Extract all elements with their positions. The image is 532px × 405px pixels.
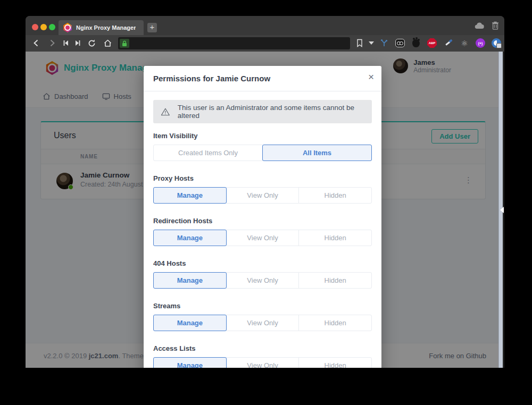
proxy-hosts-options: Manage View Only Hidden [153,187,372,204]
forward-button[interactable] [47,38,57,48]
streams-label: Streams [153,302,372,310]
trash-icon[interactable] [492,21,499,30]
404-hosts-view-only-option[interactable]: View Only [226,272,300,289]
blue-gauge-extension-icon[interactable] [491,38,502,48]
redirection-hosts-hidden-option[interactable]: Hidden [298,230,372,246]
access-lists-label: Access Lists [153,344,372,352]
proxy-hosts-view-only-option[interactable]: View Only [226,187,300,204]
access-lists-manage-option[interactable]: Manage [153,357,227,368]
bookmark-icon[interactable] [354,38,365,48]
redirection-hosts-options: Manage View Only Hidden [153,230,372,246]
adblock-plus-extension-icon[interactable]: ABP [427,38,437,48]
atom-extension-icon[interactable]: ⚛ [459,38,470,48]
proxy-fork-extension-icon[interactable] [379,38,389,48]
404-hosts-hidden-option[interactable]: Hidden [298,272,372,289]
browser-toolbar: ABP ⚛ (+) [26,35,504,52]
page-viewport: Nginx Proxy Manager James Administrator … [26,52,504,368]
warning-triangle-icon [161,107,170,116]
404-hosts-label: 404 Hosts [153,259,372,267]
proxy-hosts-label: Proxy Hosts [153,174,372,182]
permissions-modal: Permissions for Jamie Curnow × This user… [144,66,381,368]
access-lists-options: Manage View Only Hidden [153,357,372,368]
modal-title: Permissions for Jamie Curnow [153,74,270,83]
cloud-icon[interactable] [475,22,484,29]
https-lock-icon[interactable] [120,39,129,48]
proxy-hosts-hidden-option[interactable]: Hidden [298,187,372,204]
browser-window: Nginx Proxy Manager + [26,16,504,368]
redirection-hosts-label: Redirection Hosts [153,217,372,225]
goggles-extension-icon[interactable] [395,38,405,48]
bookmark-dropdown-icon[interactable] [366,38,377,48]
window-minimize-button[interactable] [40,24,47,30]
back-button[interactable] [31,38,41,48]
404-hosts-options: Manage View Only Hidden [153,272,372,289]
side-panel-handle-icon[interactable] [500,207,504,213]
access-lists-hidden-option[interactable]: Hidden [298,357,372,368]
skip-forward-button[interactable] [72,38,83,48]
window-close-button[interactable] [32,24,38,30]
all-items-option[interactable]: All Items [262,145,372,161]
streams-manage-option[interactable]: Manage [153,315,227,331]
close-icon[interactable]: × [368,72,374,82]
redirection-hosts-manage-option[interactable]: Manage [153,230,227,246]
access-lists-view-only-option[interactable]: View Only [226,357,300,368]
streams-hidden-option[interactable]: Hidden [298,315,372,331]
browser-tab[interactable]: Nginx Proxy Manager [59,20,144,35]
new-tab-button[interactable]: + [147,23,157,32]
admin-warning-text: This user is an Administrator and some i… [178,104,364,120]
purple-extension-icon[interactable]: (+) [475,38,486,48]
eyedropper-extension-icon[interactable] [443,38,454,48]
proxy-hosts-manage-option[interactable]: Manage [153,187,227,204]
modal-body: This user is an Administrator and some i… [144,100,381,368]
url-bar[interactable] [118,37,350,49]
streams-options: Manage View Only Hidden [153,315,372,331]
window-zoom-button[interactable] [49,24,55,30]
404-hosts-manage-option[interactable]: Manage [153,272,227,289]
home-button[interactable] [102,38,113,48]
item-visibility-label: Item Visibility [153,132,372,140]
gnome-foot-extension-icon[interactable] [411,38,421,48]
favicon-npm-icon [63,23,72,32]
modal-header: Permissions for Jamie Curnow × [144,66,381,91]
refresh-button[interactable] [86,38,97,48]
created-items-only-option[interactable]: Created Items Only [153,145,263,161]
skip-back-button[interactable] [61,38,71,48]
tab-title: Nginx Proxy Manager [76,24,136,31]
tab-bar: Nginx Proxy Manager + [26,16,504,35]
item-visibility-options: Created Items Only All Items [153,145,372,161]
admin-warning-alert: This user is an Administrator and some i… [153,100,372,123]
streams-view-only-option[interactable]: View Only [226,315,300,331]
redirection-hosts-view-only-option[interactable]: View Only [226,230,300,246]
